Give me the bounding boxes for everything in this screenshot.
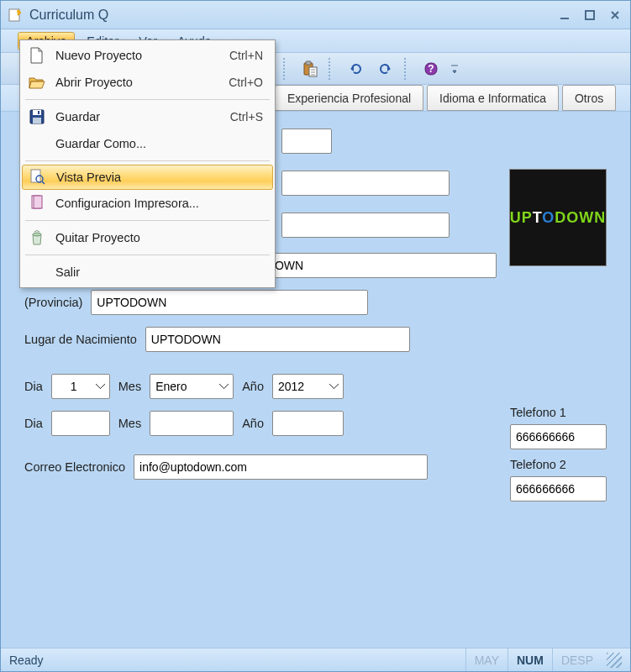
telefono-1-input[interactable] (510, 424, 607, 449)
menu-nuevo-proyecto[interactable]: Nuevo Proyecto Ctrl+N (20, 42, 275, 69)
menu-config-impresora[interactable]: Configuracion Impresora... (20, 190, 275, 217)
app-icon (8, 8, 23, 23)
svg-text:?: ? (428, 63, 434, 75)
status-ready: Ready (9, 654, 43, 667)
save-icon (27, 107, 47, 127)
maximize-button[interactable] (581, 8, 598, 23)
titlebar: Curriculum Q (1, 1, 630, 29)
archivo-dropdown: Nuevo Proyecto Ctrl+N Abrir Proyecto Ctr… (19, 39, 276, 288)
svg-rect-5 (306, 61, 311, 65)
toolbar-dropdown-button[interactable] (450, 57, 460, 81)
menu-salir[interactable]: Salir (20, 259, 275, 286)
label-lugar-nacimiento: Lugar de Nacimiento (24, 333, 137, 346)
blank-icon (27, 134, 47, 154)
ano-select-1[interactable]: 2012 (272, 374, 344, 399)
menu-separator (25, 160, 270, 161)
correo-input[interactable] (134, 454, 428, 480)
svg-rect-9 (33, 110, 41, 115)
field-top-3[interactable] (281, 213, 450, 238)
svg-point-1 (17, 10, 20, 13)
mes-input-2[interactable] (150, 411, 234, 436)
close-button[interactable] (607, 8, 623, 23)
logo-text: UPTODOWN (510, 209, 607, 227)
label-dia-2: Dia (24, 417, 43, 430)
menu-abrir-proyecto[interactable]: Abrir Proyecto Ctrl+O (20, 69, 275, 96)
tab-experiencia[interactable]: Experiencia Profesional (275, 85, 423, 111)
ano-input-2[interactable] (272, 411, 344, 436)
dia-select-1[interactable]: 1 (51, 374, 110, 399)
window-controls (556, 8, 623, 23)
redo-button[interactable] (374, 57, 397, 81)
label-mes-2: Mes (118, 417, 141, 430)
preview-icon (28, 167, 48, 187)
dia-input-2[interactable] (51, 411, 110, 436)
mes-select-1[interactable]: Enero (150, 374, 234, 399)
menu-separator (25, 99, 270, 100)
label-dia-1: Dia (24, 380, 43, 393)
paste-button[interactable] (298, 57, 322, 81)
statusbar: Ready MAY NUM DESP (1, 648, 630, 671)
svg-rect-3 (586, 11, 594, 19)
menu-vista-previa[interactable]: Vista Previa (22, 165, 273, 190)
menu-guardar[interactable]: Guardar Ctrl+S (20, 103, 275, 130)
label-telefono-2: Telefono 2 (510, 458, 607, 471)
telefono-2-input[interactable] (510, 476, 607, 501)
label-ano-1: Año (242, 380, 264, 393)
label-telefono-1: Telefono 1 (510, 406, 607, 419)
toolbar-grip (283, 58, 288, 80)
svg-rect-2 (560, 18, 569, 19)
status-num: NUM (507, 648, 552, 671)
provincia-input[interactable] (91, 290, 368, 315)
minimize-button[interactable] (556, 8, 573, 23)
tab-otros[interactable]: Otros (562, 85, 616, 111)
new-file-icon (27, 45, 47, 66)
field-top-1[interactable] (281, 129, 332, 154)
svg-rect-11 (38, 111, 39, 114)
resize-grip-icon[interactable] (607, 653, 622, 668)
field-top-2[interactable] (281, 171, 450, 196)
menu-quitar-proyecto[interactable]: Quitar Proyecto (20, 224, 275, 251)
label-provincia: (Provincia) (24, 296, 82, 309)
svg-point-16 (33, 233, 41, 236)
window-title: Curriculum Q (29, 8, 108, 23)
label-mes-1: Mes (118, 380, 141, 393)
help-button[interactable]: ? (419, 57, 443, 81)
printer-config-icon (27, 193, 47, 213)
svg-rect-15 (34, 196, 42, 208)
label-correo: Correo Electronico (24, 460, 125, 474)
phone-block: Telefono 1 Telefono 2 (510, 397, 607, 501)
logo-image: UPTODOWN (509, 169, 607, 266)
app-window: Curriculum Q Archivo Editar Ver Ayuda ? (0, 0, 631, 672)
menu-separator (25, 255, 270, 255)
blank-icon (27, 262, 47, 282)
menu-separator (25, 220, 270, 221)
tab-idioma[interactable]: Idioma e Informatica (427, 85, 559, 111)
trash-icon (27, 228, 47, 248)
toolbar-grip-2 (329, 58, 334, 80)
undo-button[interactable] (344, 57, 367, 81)
toolbar-grip-3 (404, 58, 409, 80)
open-folder-icon (27, 72, 47, 92)
status-desp: DESP (552, 648, 602, 671)
lugar-nacimiento-input[interactable] (145, 327, 410, 352)
menu-guardar-como[interactable]: Guardar Como... (20, 130, 275, 157)
svg-rect-10 (33, 118, 41, 123)
label-ano-2: Año (242, 417, 264, 430)
status-may: MAY (465, 648, 507, 671)
